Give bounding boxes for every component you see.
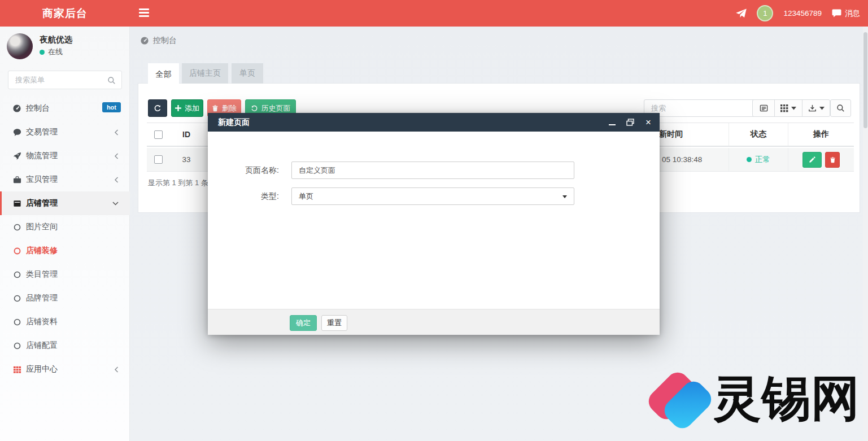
caret-down-icon	[819, 107, 825, 110]
export-icon	[808, 104, 817, 112]
watermark-logo-icon	[653, 368, 712, 431]
trash-icon	[212, 104, 219, 112]
type-label: 类型:	[208, 191, 279, 202]
circle-icon	[14, 342, 21, 350]
sidebar-subitem-shop-decorate[interactable]: 店铺装修	[0, 239, 130, 263]
sidebar-item-dashboard[interactable]: 控制台 hot	[0, 97, 130, 120]
tab-all[interactable]: 全部	[148, 63, 179, 86]
hot-badge: hot	[102, 102, 121, 112]
modal-footer: 确定 重置	[208, 309, 660, 335]
messages-label: 消息	[845, 8, 860, 19]
edit-button[interactable]	[802, 152, 822, 168]
table-search	[644, 99, 765, 117]
select-all-checkbox[interactable]	[154, 130, 163, 139]
user-avatar[interactable]: 1	[757, 5, 773, 21]
chevron-left-icon	[114, 177, 119, 183]
modal-title: 新建页面	[218, 117, 250, 128]
sidebar-item-logistics[interactable]: 物流管理	[0, 144, 130, 168]
circle-icon	[14, 295, 21, 302]
sidebar-subitem-shop-config[interactable]: 店铺配置	[0, 334, 130, 357]
search-button[interactable]	[830, 99, 851, 117]
col-ops: 操作	[788, 123, 854, 146]
shop-status: 在线	[40, 47, 63, 57]
scrollbar[interactable]	[863, 27, 868, 441]
rocket-icon	[12, 152, 21, 160]
row-checkbox[interactable]	[154, 155, 163, 164]
sidebar-subitem-category[interactable]: 类目管理	[0, 263, 130, 286]
page-name-input[interactable]	[291, 161, 574, 179]
confirm-button[interactable]: 确定	[290, 315, 317, 331]
briefcase-icon	[12, 176, 21, 184]
sidebar-item-trade[interactable]: 交易管理	[0, 120, 130, 144]
new-page-modal: 新建页面 × 页面名称: 类型: 单页 确定 重置	[208, 113, 660, 335]
export-button[interactable]	[802, 99, 830, 117]
site-watermark: 灵锡网	[653, 366, 860, 432]
close-icon[interactable]: ×	[644, 118, 653, 127]
add-button[interactable]: 添加	[171, 99, 203, 117]
messages-button[interactable]: 消息	[832, 8, 860, 19]
breadcrumb: 控制台	[140, 36, 177, 46]
chevron-left-icon	[114, 129, 119, 136]
status-badge: 正常	[747, 155, 770, 165]
sidebar-item-products[interactable]: 宝贝管理	[0, 168, 130, 191]
plus-icon	[175, 105, 181, 111]
table-search-input[interactable]	[644, 100, 765, 116]
sidebar-subitem-image-space[interactable]: 图片空间	[0, 215, 130, 239]
dashboard-icon	[12, 104, 21, 113]
shop-name: 夜航优选	[40, 34, 72, 45]
modal-body: 页面名称: 类型: 单页	[208, 132, 660, 309]
modal-header[interactable]: 新建页面 ×	[208, 113, 660, 132]
row-id: 33	[169, 148, 203, 171]
search-icon	[836, 104, 845, 112]
shop-avatar[interactable]	[7, 33, 33, 59]
refresh-icon	[154, 104, 162, 112]
columns-button[interactable]	[774, 99, 802, 117]
refresh-button[interactable]	[148, 99, 167, 117]
maximize-icon[interactable]	[626, 118, 635, 127]
col-status: 状态	[729, 123, 788, 146]
scrollbar-thumb[interactable]	[863, 32, 867, 128]
reset-button[interactable]: 重置	[321, 315, 347, 331]
topbar: 商家后台 1 123456789 消息	[0, 0, 868, 27]
username[interactable]: 123456789	[783, 9, 822, 18]
pencil-icon	[809, 156, 816, 163]
online-dot	[40, 50, 45, 55]
search-icon	[107, 76, 116, 85]
folder-icon	[12, 199, 21, 208]
detail-view-button[interactable]	[752, 99, 775, 117]
sidebar-subitem-shop-info[interactable]: 店铺资料	[0, 310, 130, 334]
comment-icon	[12, 128, 21, 137]
tab-single-page[interactable]: 单页	[232, 63, 263, 84]
grid-icon	[12, 365, 21, 374]
sidebar-item-shop-manage[interactable]: 店铺管理	[0, 191, 130, 215]
sidebar-search-input[interactable]	[8, 71, 102, 89]
grid-icon	[780, 104, 788, 112]
circle-icon	[14, 224, 21, 231]
sidebar-search	[8, 71, 122, 89]
sidebar-item-app-center[interactable]: 应用中心	[0, 357, 130, 381]
chat-icon	[832, 9, 841, 18]
hamburger-menu-icon[interactable]	[139, 8, 149, 18]
watermark-text: 灵锡网	[713, 366, 860, 432]
sidebar-subitem-brand[interactable]: 品牌管理	[0, 286, 130, 310]
minimize-icon[interactable]	[608, 118, 617, 127]
history-icon	[251, 104, 258, 112]
chevron-left-icon	[114, 153, 119, 159]
paper-plane-icon[interactable]	[736, 8, 747, 18]
chevron-down-icon	[112, 201, 119, 206]
trash-icon	[830, 156, 836, 163]
circle-icon	[14, 318, 21, 326]
pagination-info: 显示第 1 到第 1 条	[148, 178, 208, 188]
circle-icon	[14, 271, 21, 278]
tab-shop-home[interactable]: 店铺主页	[182, 63, 228, 84]
page-name-label: 页面名称:	[208, 165, 279, 176]
circle-icon	[14, 247, 21, 255]
app-title: 商家后台	[0, 0, 130, 27]
caret-down-icon	[791, 107, 796, 110]
list-alt-icon	[760, 104, 768, 112]
chevron-left-icon	[114, 366, 119, 373]
status-dot	[747, 157, 752, 162]
dashboard-icon	[140, 36, 149, 45]
type-select[interactable]: 单页	[291, 187, 574, 205]
delete-row-button[interactable]	[825, 152, 840, 168]
